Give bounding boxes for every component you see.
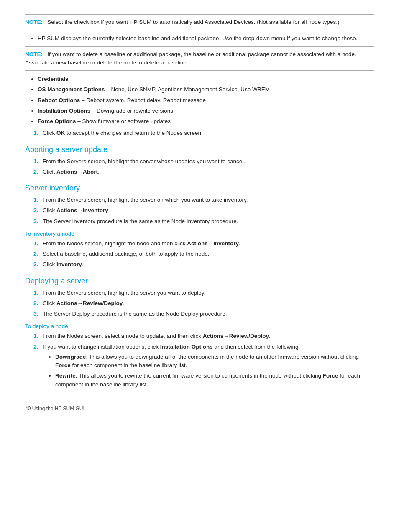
aborting-heading: Aborting a server update (25, 145, 374, 154)
aborting-step-1: From the Servers screen, highlight the s… (33, 157, 374, 166)
deploy-node-step-1: From the Nodes screen, select a node to … (33, 332, 374, 340)
bullet-list-2: Credentials OS Management Options – None… (38, 75, 374, 126)
page-footer: 40 Using the HP SUM GUI (25, 406, 374, 411)
server-inventory-step-3: The Server Inventory procedure is the sa… (33, 217, 374, 226)
deploying-heading: Deploying a server (25, 277, 374, 285)
deploy-sub-rewrite: Rewrite: This allows you to rewrite the … (55, 372, 374, 389)
aborting-step-2: Click Actions→Abort. (33, 168, 374, 176)
server-inventory-steps: From the Servers screen, highlight the s… (33, 196, 374, 226)
to-deploy-node-heading: To deploy a node (25, 323, 374, 329)
inventory-node-step-3: Click Inventory. (33, 260, 374, 269)
note-2-text: NOTE: If you want to delete a baseline o… (25, 50, 374, 67)
aborting-steps: From the Servers screen, highlight the s… (33, 157, 374, 177)
server-inventory-heading: Server inventory (25, 184, 374, 193)
note-2-label: NOTE: (25, 51, 43, 57)
to-deploy-node-steps: From the Nodes screen, select a node to … (33, 332, 374, 389)
to-inventory-node-steps: From the Nodes screen, highlight the nod… (33, 239, 374, 269)
note-box-1: NOTE: Select the check box if you want H… (25, 14, 374, 30)
bullet-list-1: HP SUM displays the currently selected b… (38, 34, 374, 43)
bullet-reboot-opts: Reboot Options – Reboot system, Reboot d… (38, 96, 374, 105)
deploy-node-sub-bullets: Downgrade: This allows you to downgrade … (55, 353, 374, 389)
deploying-step-2: Click Actions→Review/Deploy. (33, 299, 374, 308)
inventory-node-step-1: From the Nodes screen, highlight the nod… (33, 239, 374, 248)
to-inventory-node-heading: To inventory a node (25, 231, 374, 237)
deploying-step-3: The Server Deploy procedure is the same … (33, 310, 374, 318)
step3-click-ok: Click OK to accept the changes and retur… (33, 129, 374, 137)
server-inventory-step-1: From the Servers screen, highlight the s… (33, 196, 374, 204)
deploy-sub-downgrade: Downgrade: This allows you to downgrade … (55, 353, 374, 370)
note-1-text: NOTE: Select the check box if you want H… (25, 18, 374, 26)
note-1-label: NOTE: (25, 19, 43, 25)
bullet-credentials: Credentials (38, 75, 374, 83)
bullet-os-mgmt: OS Management Options – None, Use SNMP, … (38, 85, 374, 94)
bullet-install-opts: Installation Options – Downgrade or rewr… (38, 107, 374, 115)
deploying-steps: From the Servers screen, highlight the s… (33, 289, 374, 319)
bullet-item-hpsum: HP SUM displays the currently selected b… (38, 34, 374, 43)
deploy-node-step-2: If you want to change installation optio… (33, 343, 374, 389)
inventory-node-step-2: Select a baseline, additional package, o… (33, 250, 374, 258)
deploying-step-1: From the Servers screen, highlight the s… (33, 289, 374, 297)
bullet-force-opts: Force Options – Show firmware or softwar… (38, 117, 374, 126)
note-box-2: NOTE: If you want to delete a baseline o… (25, 46, 374, 71)
server-inventory-step-2: Click Actions→Inventory. (33, 206, 374, 215)
step3-list: Click OK to accept the changes and retur… (33, 129, 374, 137)
